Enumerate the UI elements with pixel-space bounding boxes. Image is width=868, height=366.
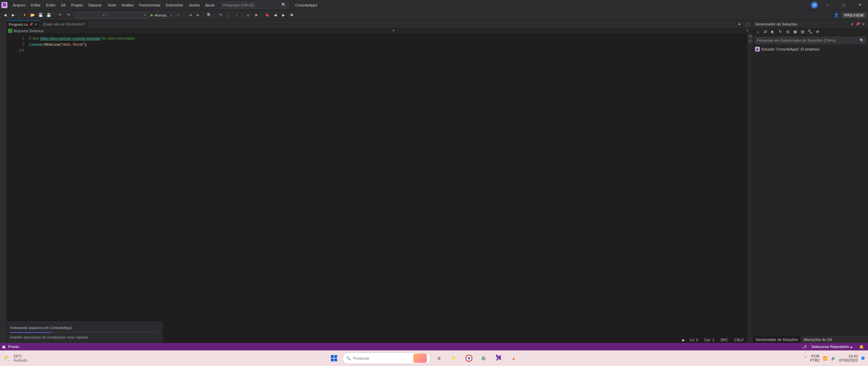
chrome-button[interactable]: [462, 352, 475, 365]
global-search-input[interactable]: Pesquisar (Ctrl+Q) 🔍: [221, 1, 289, 9]
step-out-button[interactable]: ↑: [233, 12, 240, 19]
tray-kbd[interactable]: PTB2: [810, 358, 820, 362]
play-no-debug-button[interactable]: ▷: [175, 12, 182, 19]
comment-button[interactable]: ≡: [244, 12, 252, 19]
save-all-button[interactable]: 💾: [45, 12, 53, 19]
status-eol[interactable]: CRLF: [733, 337, 745, 343]
vertical-scrollbar[interactable]: [747, 34, 753, 343]
status-indent[interactable]: SPC: [719, 337, 730, 343]
tab-whats-new[interactable]: Quais são as Novidades?: [40, 20, 88, 28]
chevron-down-icon[interactable]: ▾: [850, 21, 855, 27]
add-button[interactable]: ＋: [748, 39, 753, 43]
bookmark-clear-button[interactable]: ✖: [288, 12, 295, 19]
solution-tree[interactable]: ▣ Solução 'ConsoleApp1' (0 projetos): [753, 45, 868, 336]
menu-debug[interactable]: Depurar: [85, 2, 104, 8]
editor-area: Program.cs 📌 ✕ Quais são as Novidades? ▾…: [7, 20, 753, 343]
preview-badge[interactable]: PREVIEW: [842, 13, 867, 18]
minimize-button[interactable]: ─: [821, 0, 834, 10]
redo-button[interactable]: ↷: [64, 12, 72, 19]
solution-search-input[interactable]: Pesquisar em Gerenciador de Soluções (Ct…: [754, 37, 867, 44]
menu-tools[interactable]: Ferramentas: [137, 2, 163, 8]
toolbar-sep: [74, 12, 74, 18]
volume-icon[interactable]: 🔊: [831, 356, 836, 361]
tray-chevron-icon[interactable]: ˄: [805, 356, 807, 361]
taskbar-search-input[interactable]: 🔍 Pesquisar: [342, 352, 431, 364]
visual-studio-button[interactable]: [492, 352, 505, 365]
notifications-button[interactable]: 🔔: [857, 345, 866, 349]
solution-platform-combo[interactable]: ▾: [107, 12, 147, 19]
tab-solution-explorer[interactable]: Gerenciador de Soluções: [753, 336, 801, 343]
toast-subtitle: Habilita operações de localização mais r…: [10, 334, 159, 340]
tab-git-changes[interactable]: Alterações do Git: [801, 336, 834, 343]
step-over-button[interactable]: ↷: [217, 12, 224, 19]
tab-fullscreen-button[interactable]: ⬚: [744, 20, 751, 28]
preview-button[interactable]: ▤: [799, 28, 806, 35]
menu-help[interactable]: Ajuda: [202, 2, 217, 8]
menu-project[interactable]: Projeto: [68, 2, 86, 8]
show-all-button[interactable]: ▦: [792, 28, 798, 35]
step-button-1[interactable]: ⇥: [186, 12, 194, 19]
status-col[interactable]: Car: 1: [703, 337, 716, 343]
menu-extensions[interactable]: Extensões: [163, 2, 186, 8]
new-project-button[interactable]: ✦: [21, 12, 28, 19]
live-share-button[interactable]: 👤: [833, 12, 840, 19]
maximize-button[interactable]: ▢: [837, 0, 850, 10]
solution-root-node[interactable]: ▣ Solução 'ConsoleApp1' (0 projetos): [755, 46, 866, 52]
toolbar-sep: [54, 12, 55, 18]
menu-file[interactable]: Arquivo: [10, 2, 28, 8]
crumb-context[interactable]: Arquivos Diversos: [14, 29, 44, 33]
menu-view[interactable]: Exibir: [43, 2, 58, 8]
undo-button[interactable]: ↶: [56, 12, 64, 19]
task-view-button[interactable]: ⧉: [433, 352, 446, 365]
home-button[interactable]: ⌂: [754, 28, 761, 35]
close-button[interactable]: ✕: [853, 0, 867, 10]
notification-dot[interactable]: [861, 357, 865, 360]
code-content[interactable]: // See https://aka.ms/new-console-templa…: [27, 34, 747, 343]
source-control-icon[interactable]: ⎇: [802, 345, 807, 349]
properties-button[interactable]: 🔧: [807, 28, 813, 35]
pending-changes-button[interactable]: ◐: [769, 28, 776, 35]
find-button[interactable]: 🔍: [205, 12, 213, 19]
menu-window[interactable]: Janela: [186, 2, 202, 8]
bookmark-prev-button[interactable]: ◀: [272, 12, 279, 19]
nav-back-button[interactable]: ◀: [1, 12, 9, 19]
tray-clock[interactable]: 19:42 07/03/2023: [839, 354, 858, 362]
explorer-button[interactable]: 📁: [448, 352, 460, 365]
code-editor[interactable]: 1 2 3 ✎ // See https://aka.ms/new-consol…: [7, 34, 753, 343]
start-button[interactable]: [328, 352, 340, 365]
pin-icon[interactable]: 📌: [855, 21, 861, 27]
close-icon[interactable]: ✕: [861, 21, 866, 27]
menu-git[interactable]: Git: [58, 2, 68, 8]
bookmark-next-button[interactable]: ▶: [280, 12, 287, 19]
select-repo-button[interactable]: Selecionar Repositório ▴: [809, 345, 854, 349]
view-button[interactable]: 👁: [814, 28, 821, 35]
close-icon[interactable]: ✕: [34, 22, 37, 27]
menu-analyze[interactable]: Análise: [119, 2, 137, 8]
start-attach-button[interactable]: ▶ Anexar... ▾: [148, 12, 174, 19]
vlc-button[interactable]: ▲: [507, 352, 520, 365]
pin-icon[interactable]: 📌: [29, 23, 33, 26]
switch-views-button[interactable]: ⇄: [762, 28, 769, 35]
tray-lang[interactable]: POR: [811, 354, 820, 358]
collapse-all-button[interactable]: ⊟: [784, 28, 791, 35]
menu-test[interactable]: Teste: [104, 2, 119, 8]
wifi-icon[interactable]: 📶: [823, 356, 828, 361]
solution-config-combo[interactable]: ▾: [76, 12, 106, 19]
menu-edit[interactable]: Editar: [28, 2, 43, 8]
weather-widget[interactable]: ⛅ 23°C Nublado: [3, 354, 71, 362]
line-number-current: 3 ✎: [7, 47, 24, 54]
bookmark-button[interactable]: 🔖: [263, 12, 271, 19]
user-avatar[interactable]: JS: [811, 2, 818, 8]
nav-arrow-icon[interactable]: ▶: [682, 337, 685, 343]
step-button-2[interactable]: ⇤: [194, 12, 202, 19]
uncomment-button[interactable]: ≢: [252, 12, 260, 19]
step-into-button[interactable]: ↓: [225, 12, 232, 19]
nav-fwd-button[interactable]: ▶: [9, 12, 17, 19]
open-file-button[interactable]: 📂: [29, 12, 36, 19]
status-line[interactable]: Ln: 3: [688, 337, 699, 343]
tab-dropdown-button[interactable]: ▾: [736, 20, 743, 28]
save-button[interactable]: 💾: [37, 12, 44, 19]
tab-program-cs[interactable]: Program.cs 📌 ✕: [7, 20, 39, 28]
store-button[interactable]: 🛍️: [477, 352, 490, 365]
sync-button[interactable]: ↻: [777, 28, 784, 35]
